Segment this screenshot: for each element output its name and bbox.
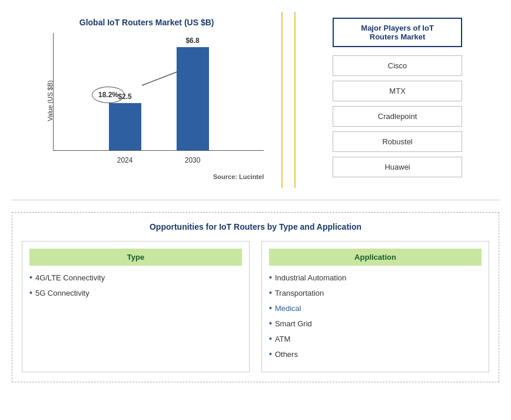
bar-2030-value: $6.8 [185, 37, 199, 45]
type-text-1: 5G Connectivity [35, 289, 89, 297]
app-text-2: Medical [275, 304, 301, 313]
bar-2030-label: 2030 [185, 156, 201, 164]
type-text-0: 4G/LTE Connectivity [35, 273, 105, 282]
opportunities-columns: Type • 4G/LTE Connectivity • 5G Connecti… [22, 241, 489, 372]
player-cisco: Cisco [333, 55, 462, 76]
top-section: Global IoT Routers Market (US $B) Value … [12, 12, 499, 200]
app-text-5: Others [275, 350, 298, 359]
type-column: Type • 4G/LTE Connectivity • 5G Connecti… [22, 241, 250, 372]
opportunities-title: Opportunities for IoT Routers by Type an… [22, 222, 489, 232]
app-item-1: • Transportation [269, 288, 482, 297]
source-text: Source: Lucintel [29, 173, 264, 180]
app-text-4: ATM [275, 335, 290, 343]
chart-title: Global IoT Routers Market (US $B) [79, 18, 214, 27]
players-title: Major Players of IoT Routers Market [333, 18, 462, 47]
bar-2024-bar [109, 103, 141, 150]
app-item-4: • ATM [269, 334, 482, 343]
player-cradlepoint: Cradlepoint [333, 106, 462, 127]
app-item-0: • Industrial Automation [269, 273, 482, 282]
bar-2024-value: $2.5 [118, 92, 131, 101]
app-text-3: Smart Grid [275, 319, 312, 328]
app-bullet-0: • [269, 273, 272, 282]
app-bullet-1: • [269, 288, 272, 297]
bar-2030: $6.8 2030 [177, 37, 209, 150]
app-item-2: • Medical [269, 303, 482, 313]
player-mtx: MTX [333, 81, 462, 101]
chart-area: Value (US $B) 18.2% $2.5 [29, 33, 264, 168]
svg-line-0 [142, 71, 180, 85]
type-bullet-0: • [29, 273, 32, 282]
app-text-0: Industrial Automation [275, 273, 346, 282]
bar-2024: $2.5 2024 [109, 92, 141, 150]
type-item-0: • 4G/LTE Connectivity [29, 273, 242, 282]
app-bullet-3: • [269, 319, 272, 328]
application-header: Application [269, 249, 482, 266]
bar-2024-label: 2024 [117, 156, 133, 164]
application-column: Application • Industrial Automation • Tr… [261, 241, 489, 372]
player-robustel: Robustel [333, 131, 462, 152]
player-huawei: Huawei [333, 157, 462, 177]
chart-container: Global IoT Routers Market (US $B) Value … [12, 12, 270, 188]
type-item-1: • 5G Connectivity [29, 288, 242, 297]
type-header: Type [29, 249, 242, 266]
bottom-section: Opportunities for IoT Routers by Type an… [12, 212, 499, 382]
app-item-5: • Others [269, 349, 482, 359]
app-bullet-5: • [269, 349, 272, 359]
players-container: Major Players of IoT Routers Market Cisc… [294, 12, 499, 188]
app-bullet-2: • [269, 303, 272, 313]
app-text-1: Transportation [275, 289, 324, 297]
y-axis-label: Value (US $B) [47, 80, 54, 121]
type-bullet-1: • [29, 288, 32, 297]
app-item-3: • Smart Grid [269, 319, 482, 328]
bars-wrapper: 18.2% $2.5 2024 [53, 33, 264, 151]
vertical-divider [281, 12, 283, 188]
bar-2030-bar [177, 47, 209, 150]
app-bullet-4: • [269, 334, 272, 343]
